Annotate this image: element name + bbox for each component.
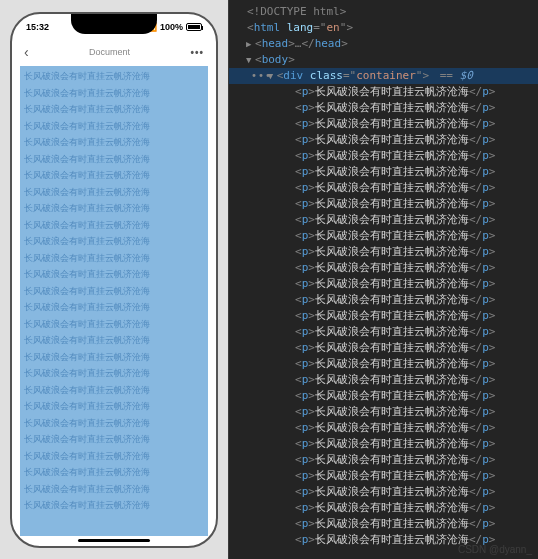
content-line: 长风破浪会有时直挂云帆济沧海 bbox=[24, 497, 204, 514]
content-line: 长风破浪会有时直挂云帆济沧海 bbox=[24, 481, 204, 498]
p-node[interactable]: <p>长风破浪会有时直挂云帆济沧海</p> bbox=[229, 196, 538, 212]
p-node[interactable]: <p>长风破浪会有时直挂云帆济沧海</p> bbox=[229, 116, 538, 132]
content-line: 长风破浪会有时直挂云帆济沧海 bbox=[24, 184, 204, 201]
devtools-elements-panel[interactable]: <!DOCTYPE html> <html lang="en"> ▶<head>… bbox=[228, 0, 538, 559]
p-node[interactable]: <p>长风破浪会有时直挂云帆济沧海</p> bbox=[229, 180, 538, 196]
p-node[interactable]: <p>长风破浪会有时直挂云帆济沧海</p> bbox=[229, 484, 538, 500]
content-line: 长风破浪会有时直挂云帆济沧海 bbox=[24, 118, 204, 135]
html-lang-attr: lang bbox=[287, 21, 314, 34]
content-line: 长风破浪会有时直挂云帆济沧海 bbox=[24, 415, 204, 432]
p-node[interactable]: <p>长风破浪会有时直挂云帆济沧海</p> bbox=[229, 452, 538, 468]
p-node[interactable]: <p>长风破浪会有时直挂云帆济沧海</p> bbox=[229, 100, 538, 116]
phone-notch bbox=[71, 14, 157, 34]
doctype-node[interactable]: <!DOCTYPE html> bbox=[229, 4, 538, 20]
content-line: 长风破浪会有时直挂云帆济沧海 bbox=[24, 316, 204, 333]
content-line: 长风破浪会有时直挂云帆济沧海 bbox=[24, 266, 204, 283]
p-node[interactable]: <p>长风破浪会有时直挂云帆济沧海</p> bbox=[229, 228, 538, 244]
selected-marker-eq: == bbox=[433, 69, 460, 82]
p-node[interactable]: <p>长风破浪会有时直挂云帆济沧海</p> bbox=[229, 148, 538, 164]
watermark: CSDN @dyann_ bbox=[458, 544, 532, 555]
content-line: 长风破浪会有时直挂云帆济沧海 bbox=[24, 233, 204, 250]
page-title: Document bbox=[89, 47, 130, 57]
content-line: 长风破浪会有时直挂云帆济沧海 bbox=[24, 448, 204, 465]
p-node[interactable]: <p>长风破浪会有时直挂云帆济沧海</p> bbox=[229, 132, 538, 148]
p-node[interactable]: <p>长风破浪会有时直挂云帆济沧海</p> bbox=[229, 308, 538, 324]
content-line: 长风破浪会有时直挂云帆济沧海 bbox=[24, 217, 204, 234]
status-time: 15:32 bbox=[26, 22, 49, 32]
content-line: 长风破浪会有时直挂云帆济沧海 bbox=[24, 85, 204, 102]
content-line: 长风破浪会有时直挂云帆济沧海 bbox=[24, 464, 204, 481]
p-node[interactable]: <p>长风破浪会有时直挂云帆济沧海</p> bbox=[229, 420, 538, 436]
p-node[interactable]: <p>长风破浪会有时直挂云帆济沧海</p> bbox=[229, 276, 538, 292]
collapse-arrow-icon[interactable]: ▼ bbox=[268, 68, 277, 84]
html-open-bracket: < bbox=[247, 21, 254, 34]
p-node[interactable]: <p>长风破浪会有时直挂云帆济沧海</p> bbox=[229, 324, 538, 340]
selected-marker-var: $0 bbox=[460, 69, 473, 82]
page-viewport[interactable]: 长风破浪会有时直挂云帆济沧海长风破浪会有时直挂云帆济沧海长风破浪会有时直挂云帆济… bbox=[20, 66, 208, 536]
content-line: 长风破浪会有时直挂云帆济沧海 bbox=[24, 332, 204, 349]
content-line: 长风破浪会有时直挂云帆济沧海 bbox=[24, 283, 204, 300]
content-line: 长风破浪会有时直挂云帆济沧海 bbox=[24, 431, 204, 448]
back-icon[interactable]: ‹ bbox=[24, 44, 29, 60]
p-node[interactable]: <p>长风破浪会有时直挂云帆济沧海</p> bbox=[229, 516, 538, 532]
p-node[interactable]: <p>长风破浪会有时直挂云帆济沧海</p> bbox=[229, 292, 538, 308]
body-node[interactable]: ▼<body> bbox=[229, 52, 538, 68]
p-node[interactable]: <p>长风破浪会有时直挂云帆济沧海</p> bbox=[229, 244, 538, 260]
nav-bar: ‹ Document ••• bbox=[12, 40, 216, 64]
p-node[interactable]: <p>长风破浪会有时直挂云帆济沧海</p> bbox=[229, 84, 538, 100]
expand-arrow-icon[interactable]: ▶ bbox=[246, 36, 255, 52]
class-attr: class bbox=[310, 69, 343, 82]
p-node[interactable]: <p>长风破浪会有时直挂云帆济沧海</p> bbox=[229, 260, 538, 276]
p-node[interactable]: <p>长风破浪会有时直挂云帆济沧海</p> bbox=[229, 340, 538, 356]
head-node[interactable]: ▶<head>…</head> bbox=[229, 36, 538, 52]
content-line: 长风破浪会有时直挂云帆济沧海 bbox=[24, 382, 204, 399]
p-node[interactable]: <p>长风破浪会有时直挂云帆济沧海</p> bbox=[229, 500, 538, 516]
content-line: 长风破浪会有时直挂云帆济沧海 bbox=[24, 151, 204, 168]
content-line: 长风破浪会有时直挂云帆济沧海 bbox=[24, 167, 204, 184]
collapse-arrow-icon[interactable]: ▼ bbox=[246, 52, 255, 68]
phone-preview-pane: 15:32 📶 100% ‹ Document ••• 长风破浪会有时直挂云帆济… bbox=[0, 0, 228, 559]
doctype-text: <!DOCTYPE html> bbox=[247, 5, 346, 18]
content-line: 长风破浪会有时直挂云帆济沧海 bbox=[24, 349, 204, 366]
content-line: 长风破浪会有时直挂云帆济沧海 bbox=[24, 398, 204, 415]
more-icon[interactable]: ••• bbox=[190, 47, 204, 58]
p-node[interactable]: <p>长风破浪会有时直挂云帆济沧海</p> bbox=[229, 356, 538, 372]
container-node-selected[interactable]: ••• ▼<div class="container"> == $0 bbox=[229, 68, 538, 84]
battery-pct: 100% bbox=[160, 22, 183, 32]
phone-frame: 15:32 📶 100% ‹ Document ••• 长风破浪会有时直挂云帆济… bbox=[10, 12, 218, 548]
content-line: 长风破浪会有时直挂云帆济沧海 bbox=[24, 365, 204, 382]
p-node[interactable]: <p>长风破浪会有时直挂云帆济沧海</p> bbox=[229, 468, 538, 484]
p-node[interactable]: <p>长风破浪会有时直挂云帆济沧海</p> bbox=[229, 164, 538, 180]
content-line: 长风破浪会有时直挂云帆济沧海 bbox=[24, 101, 204, 118]
content-line: 长风破浪会有时直挂云帆济沧海 bbox=[24, 134, 204, 151]
content-line: 长风破浪会有时直挂云帆济沧海 bbox=[24, 200, 204, 217]
p-node[interactable]: <p>长风破浪会有时直挂云帆济沧海</p> bbox=[229, 388, 538, 404]
p-node[interactable]: <p>长风破浪会有时直挂云帆济沧海</p> bbox=[229, 372, 538, 388]
content-line: 长风破浪会有时直挂云帆济沧海 bbox=[24, 250, 204, 267]
html-node[interactable]: <html lang="en"> bbox=[229, 20, 538, 36]
p-node[interactable]: <p>长风破浪会有时直挂云帆济沧海</p> bbox=[229, 404, 538, 420]
p-node[interactable]: <p>长风破浪会有时直挂云帆济沧海</p> bbox=[229, 436, 538, 452]
content-line: 长风破浪会有时直挂云帆济沧海 bbox=[24, 299, 204, 316]
home-indicator[interactable] bbox=[78, 539, 150, 542]
p-node[interactable]: <p>长风破浪会有时直挂云帆济沧海</p> bbox=[229, 212, 538, 228]
battery-icon bbox=[186, 23, 202, 31]
content-line: 长风破浪会有时直挂云帆济沧海 bbox=[24, 68, 204, 85]
